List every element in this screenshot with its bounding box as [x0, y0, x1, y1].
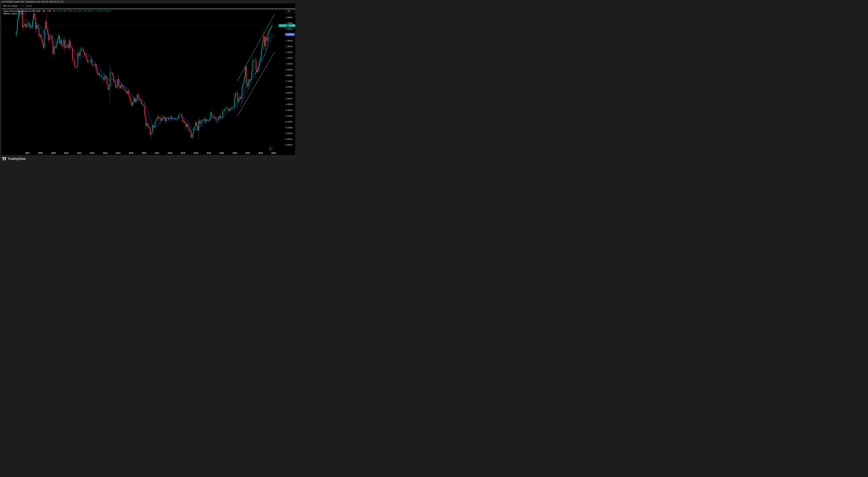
price-axis-label: −0.300% — [284, 138, 293, 141]
candle-body — [59, 35, 60, 43]
candle-body — [195, 122, 196, 126]
candle-body — [234, 97, 235, 108]
time-axis-label: 2019 — [179, 152, 187, 154]
time-axis-label: 2022 — [218, 152, 225, 154]
candle-body — [149, 126, 150, 128]
candle-body — [79, 53, 79, 56]
last-price-badge-value: 1.659% — [288, 24, 295, 27]
candle-body — [187, 124, 187, 127]
price-axis-label: 0.100% — [286, 115, 293, 117]
candle-body — [188, 124, 188, 127]
candle-body — [18, 11, 19, 19]
candle-body — [31, 26, 32, 28]
candle-body — [44, 30, 45, 48]
price-axis-label: −0.100% — [284, 126, 293, 129]
candle-body — [176, 119, 177, 120]
candle-body — [150, 128, 151, 135]
price-axis-label: −0.000% — [284, 120, 293, 123]
time-axis-label: 2016 — [140, 152, 148, 154]
candle-body — [93, 64, 93, 65]
candle-body — [71, 47, 72, 48]
candle-body — [246, 67, 247, 83]
candle-body — [245, 67, 246, 77]
candle-body — [50, 36, 50, 40]
candle-body — [144, 106, 145, 116]
candle-body — [237, 93, 238, 101]
candle-body — [97, 70, 98, 74]
candle-body — [157, 117, 158, 119]
candle-body — [54, 47, 55, 54]
candle-body — [96, 64, 96, 70]
candle-body — [86, 56, 87, 59]
candle-body — [161, 118, 161, 121]
candle-body — [210, 113, 211, 118]
candle-body — [125, 89, 126, 91]
time-axis-label: 2024 — [244, 152, 251, 154]
candle-body — [267, 37, 267, 40]
candle-body — [34, 13, 35, 19]
close-label: C — [84, 10, 86, 12]
candle-body — [133, 98, 134, 102]
candle-body — [115, 82, 116, 88]
candle-body — [39, 28, 39, 36]
candle-body — [37, 25, 38, 28]
candle-body — [53, 41, 53, 54]
candle-body — [248, 80, 249, 87]
candle-body — [35, 19, 36, 29]
rsi-legend: RSI (14, close)72.7069.53 — [3, 5, 32, 7]
time-scale[interactable]: 2007200820092010201120122013201420152016… — [1, 151, 295, 155]
candle-body — [108, 84, 108, 89]
tradingview-logo[interactable]: TradingView — [2, 157, 26, 160]
candle-body — [139, 98, 140, 100]
low-value: 1.610% — [75, 10, 83, 12]
candle-body — [73, 59, 74, 60]
candle-body — [207, 119, 208, 120]
lightning-button[interactable] — [269, 147, 273, 151]
price-chart-canvas[interactable] — [1, 4, 295, 155]
candle-body — [81, 49, 81, 51]
candle-body — [178, 115, 179, 118]
symbol-legend: Japan Government Bonds 10 YR Yield · 1M … — [3, 10, 111, 12]
candle-body — [56, 43, 57, 48]
candle-body — [40, 35, 40, 36]
candle-body — [159, 118, 160, 118]
price-scale-unit-button[interactable]: % — [285, 9, 295, 13]
candle-body — [61, 39, 62, 46]
price-axis-label: 0.200% — [286, 109, 293, 112]
candle-body — [85, 55, 86, 56]
candle-body — [236, 93, 237, 93]
price-axis-label: 0.900% — [286, 68, 293, 71]
candle-body — [165, 117, 165, 121]
candle-body — [63, 39, 64, 47]
candle-body — [183, 121, 184, 122]
candle-body — [91, 60, 92, 65]
time-axis-label: 2025 — [257, 152, 265, 154]
price-axis-label: 1.400% — [286, 39, 293, 42]
candle-body — [271, 26, 272, 28]
candle-body — [127, 91, 128, 93]
tradingview-mark-icon — [2, 157, 6, 160]
candle-body — [55, 47, 56, 48]
candle-body — [167, 118, 168, 118]
candle-body — [148, 123, 148, 126]
candle-body — [272, 26, 273, 26]
candle-body — [132, 102, 133, 106]
candle-body — [130, 97, 131, 103]
candle-body — [90, 60, 91, 61]
candle-body — [104, 76, 105, 80]
candle-body — [46, 22, 47, 29]
high-label: H — [64, 10, 65, 12]
candle-body — [226, 108, 227, 109]
candle-body — [193, 129, 194, 135]
sma-value: 1.508% — [19, 12, 26, 15]
pane-separator[interactable] — [1, 9, 295, 9]
time-axis-label: 2017 — [153, 152, 161, 154]
lightning-icon — [269, 147, 273, 151]
candle-body — [225, 109, 226, 109]
candle-body — [72, 48, 73, 59]
candle-body — [89, 61, 90, 62]
close-value: 1.659% — [86, 10, 93, 12]
price-axis-label: 0.800% — [286, 74, 293, 77]
candle-body — [95, 64, 96, 65]
tradingview-wordmark: TradingView — [8, 157, 26, 160]
